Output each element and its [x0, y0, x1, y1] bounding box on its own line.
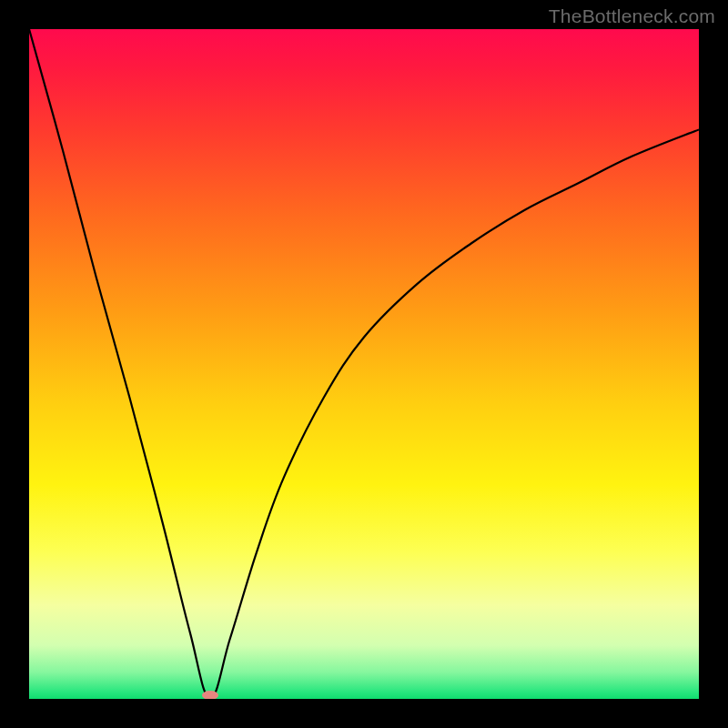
plot-area — [29, 29, 699, 699]
curve-minimum-marker — [202, 691, 218, 699]
bottleneck-curve — [29, 29, 699, 699]
watermark-text: TheBottleneck.com — [549, 5, 715, 27]
bottleneck-curve-path — [29, 29, 699, 699]
chart-frame: TheBottleneck.com — [0, 0, 728, 728]
